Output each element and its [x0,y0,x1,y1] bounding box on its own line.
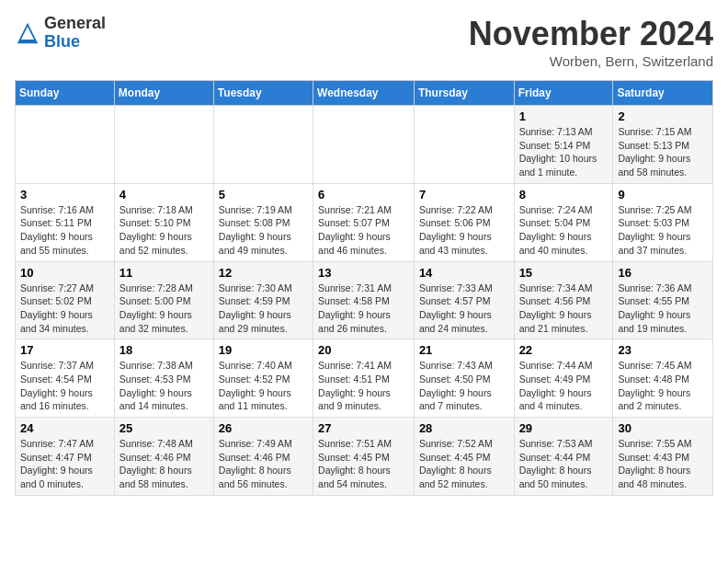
week-row-5: 24Sunrise: 7:47 AM Sunset: 4:47 PM Dayli… [16,418,713,496]
day-number: 30 [618,421,708,435]
day-info: Sunrise: 7:52 AM Sunset: 4:45 PM Dayligh… [419,437,509,491]
day-cell: 17Sunrise: 7:37 AM Sunset: 4:54 PM Dayli… [16,339,115,418]
day-info: Sunrise: 7:22 AM Sunset: 5:06 PM Dayligh… [419,203,509,258]
day-cell: 19Sunrise: 7:40 AM Sunset: 4:52 PM Dayli… [213,339,313,418]
day-info: Sunrise: 7:40 AM Sunset: 4:52 PM Dayligh… [219,359,308,413]
day-number: 25 [119,421,209,435]
day-info: Sunrise: 7:24 AM Sunset: 5:04 PM Dayligh… [519,203,609,258]
day-number: 7 [419,188,509,201]
day-number: 15 [519,266,609,280]
day-cell: 22Sunrise: 7:44 AM Sunset: 4:49 PM Dayli… [514,339,613,418]
week-row-4: 17Sunrise: 7:37 AM Sunset: 4:54 PM Dayli… [16,339,713,418]
day-info: Sunrise: 7:53 AM Sunset: 4:44 PM Dayligh… [519,437,609,491]
day-cell: 24Sunrise: 7:47 AM Sunset: 4:47 PM Dayli… [16,418,115,496]
day-cell: 15Sunrise: 7:34 AM Sunset: 4:56 PM Dayli… [514,261,613,339]
day-number: 14 [419,266,509,280]
header-wednesday: Wednesday [313,81,415,106]
day-cell: 29Sunrise: 7:53 AM Sunset: 4:44 PM Dayli… [514,418,613,496]
logo-text: General Blue [44,15,106,52]
day-info: Sunrise: 7:36 AM Sunset: 4:55 PM Dayligh… [618,282,708,336]
day-cell: 5Sunrise: 7:19 AM Sunset: 5:08 PM Daylig… [213,183,313,261]
day-info: Sunrise: 7:30 AM Sunset: 4:59 PM Dayligh… [219,282,308,336]
day-info: Sunrise: 7:25 AM Sunset: 5:03 PM Dayligh… [618,203,708,258]
day-info: Sunrise: 7:13 AM Sunset: 5:14 PM Dayligh… [519,125,609,179]
header-thursday: Thursday [414,81,514,106]
month-title: November 2024 [469,15,713,53]
header-friday: Friday [514,81,613,106]
day-info: Sunrise: 7:45 AM Sunset: 4:48 PM Dayligh… [618,359,708,413]
day-number: 27 [318,421,409,435]
day-cell: 7Sunrise: 7:22 AM Sunset: 5:06 PM Daylig… [414,183,514,261]
day-number: 24 [20,421,109,435]
calendar-header-row: SundayMondayTuesdayWednesdayThursdayFrid… [16,81,713,106]
title-area: November 2024 Worben, Bern, Switzerland [469,15,713,69]
day-cell: 2Sunrise: 7:15 AM Sunset: 5:13 PM Daylig… [613,106,713,184]
day-cell: 13Sunrise: 7:31 AM Sunset: 4:58 PM Dayli… [313,261,415,339]
day-cell: 12Sunrise: 7:30 AM Sunset: 4:59 PM Dayli… [213,261,313,339]
day-number: 2 [618,109,708,123]
day-cell: 30Sunrise: 7:55 AM Sunset: 4:43 PM Dayli… [613,418,713,496]
day-number: 11 [119,266,209,280]
day-number: 13 [318,266,409,280]
week-row-1: 1Sunrise: 7:13 AM Sunset: 5:14 PM Daylig… [16,106,713,184]
day-number: 17 [20,343,109,357]
day-cell: 1Sunrise: 7:13 AM Sunset: 5:14 PM Daylig… [514,106,613,184]
day-cell: 9Sunrise: 7:25 AM Sunset: 5:03 PM Daylig… [613,183,713,261]
day-cell: 20Sunrise: 7:41 AM Sunset: 4:51 PM Dayli… [313,339,415,418]
day-info: Sunrise: 7:33 AM Sunset: 4:57 PM Dayligh… [419,282,509,336]
day-cell [313,106,415,184]
day-info: Sunrise: 7:28 AM Sunset: 5:00 PM Dayligh… [119,282,209,336]
day-number: 19 [219,343,308,357]
day-cell: 3Sunrise: 7:16 AM Sunset: 5:11 PM Daylig… [16,183,115,261]
header: General Blue November 2024 Worben, Bern,… [15,15,713,69]
day-info: Sunrise: 7:48 AM Sunset: 4:46 PM Dayligh… [119,437,209,491]
day-number: 23 [618,343,708,357]
day-cell: 21Sunrise: 7:43 AM Sunset: 4:50 PM Dayli… [414,339,514,418]
day-number: 22 [519,343,609,357]
day-cell: 10Sunrise: 7:27 AM Sunset: 5:02 PM Dayli… [16,261,115,339]
day-info: Sunrise: 7:44 AM Sunset: 4:49 PM Dayligh… [519,359,609,413]
day-info: Sunrise: 7:19 AM Sunset: 5:08 PM Dayligh… [219,203,308,258]
day-number: 12 [219,266,308,280]
day-cell: 23Sunrise: 7:45 AM Sunset: 4:48 PM Dayli… [613,339,713,418]
day-number: 4 [119,188,209,201]
day-number: 9 [618,188,708,201]
day-cell: 26Sunrise: 7:49 AM Sunset: 4:46 PM Dayli… [213,418,313,496]
day-cell [16,106,115,184]
day-cell: 14Sunrise: 7:33 AM Sunset: 4:57 PM Dayli… [414,261,514,339]
header-tuesday: Tuesday [213,81,313,106]
day-cell: 16Sunrise: 7:36 AM Sunset: 4:55 PM Dayli… [613,261,713,339]
day-cell: 27Sunrise: 7:51 AM Sunset: 4:45 PM Dayli… [313,418,415,496]
day-number: 8 [519,188,609,201]
day-info: Sunrise: 7:37 AM Sunset: 4:54 PM Dayligh… [20,359,109,413]
day-cell: 6Sunrise: 7:21 AM Sunset: 5:07 PM Daylig… [313,183,415,261]
header-saturday: Saturday [613,81,713,106]
day-cell: 8Sunrise: 7:24 AM Sunset: 5:04 PM Daylig… [514,183,613,261]
logo: General Blue [15,15,106,52]
day-info: Sunrise: 7:49 AM Sunset: 4:46 PM Dayligh… [219,437,308,491]
day-cell: 11Sunrise: 7:28 AM Sunset: 5:00 PM Dayli… [114,261,213,339]
day-info: Sunrise: 7:18 AM Sunset: 5:10 PM Dayligh… [119,203,209,258]
day-number: 10 [20,266,109,280]
day-number: 28 [419,421,509,435]
day-number: 5 [219,188,308,201]
day-info: Sunrise: 7:51 AM Sunset: 4:45 PM Dayligh… [318,437,409,491]
day-info: Sunrise: 7:15 AM Sunset: 5:13 PM Dayligh… [618,125,708,179]
day-number: 20 [318,343,409,357]
location: Worben, Bern, Switzerland [469,53,713,69]
day-info: Sunrise: 7:31 AM Sunset: 4:58 PM Dayligh… [318,282,409,336]
day-number: 29 [519,421,609,435]
day-number: 21 [419,343,509,357]
day-number: 26 [219,421,308,435]
day-info: Sunrise: 7:41 AM Sunset: 4:51 PM Dayligh… [318,359,409,413]
day-number: 1 [519,109,609,123]
header-sunday: Sunday [16,81,115,106]
day-info: Sunrise: 7:55 AM Sunset: 4:43 PM Dayligh… [618,437,708,491]
day-info: Sunrise: 7:38 AM Sunset: 4:53 PM Dayligh… [119,359,209,413]
day-number: 16 [618,266,708,280]
day-cell: 28Sunrise: 7:52 AM Sunset: 4:45 PM Dayli… [414,418,514,496]
day-cell [114,106,213,184]
day-info: Sunrise: 7:34 AM Sunset: 4:56 PM Dayligh… [519,282,609,336]
day-cell: 4Sunrise: 7:18 AM Sunset: 5:10 PM Daylig… [114,183,213,261]
day-info: Sunrise: 7:16 AM Sunset: 5:11 PM Dayligh… [20,203,109,258]
